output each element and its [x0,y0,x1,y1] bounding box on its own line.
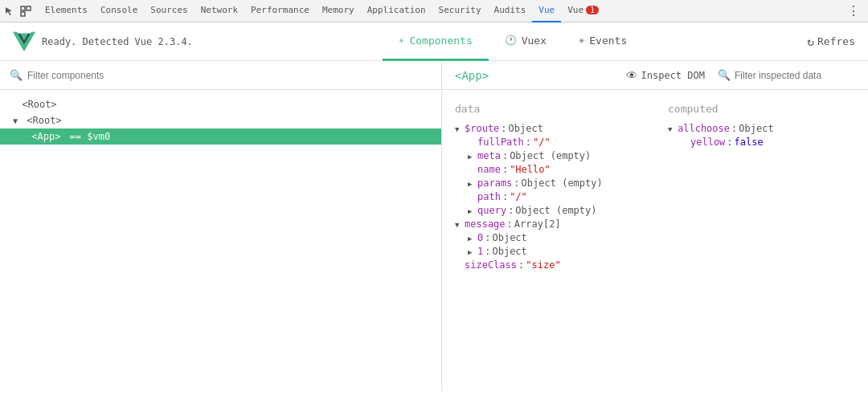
filter-inspected-input[interactable] [735,70,855,81]
right-toolbar: <App> 👁 Inspect DOM 🔍 [442,61,868,90]
tab-vue-second[interactable]: Vue 1 [561,0,605,22]
vue-nav-tabs: ⚡ Components 🕐 Vuex ✳ Events [219,22,807,61]
data-column: data ▼ $route : Object fullPath : "/" [455,103,642,378]
data-row-meta: ▶ meta : Object (empty) [468,150,642,161]
data-row-msg1: ▶ 1 : Object [468,246,642,257]
nav-tab-vuex[interactable]: 🕐 Vuex [489,22,563,61]
data-section-title: data [455,103,642,115]
expand-icon[interactable]: ▼ [668,125,678,133]
svg-rect-0 [21,6,25,10]
expand-icon[interactable]: ▶ [468,234,477,243]
cursor-icon[interactable] [3,5,16,18]
data-row-path: path : "/" [468,191,642,202]
vue-logo-icon [13,31,35,53]
tab-audits[interactable]: Audits [488,0,533,22]
vue-logo: Ready. Detected Vue 2.3.4. [13,31,193,53]
tree-item-app-label: <App> [31,131,60,142]
data-row-params: ▶ params : Object (empty) [468,177,642,189]
component-tree: <Root> ▼ <Root> <App> == $vm0 [0,90,441,391]
filter-search-icon: 🔍 [718,69,731,81]
component-filter-input[interactable] [27,70,432,81]
search-icon: 🔍 [10,69,23,81]
nav-tab-components[interactable]: ⚡ Components [383,22,489,61]
devtools-tab-bar: Elements Console Sources Network Perform… [0,0,868,22]
computed-column: computed ▼ allchoose : Object yellow : f… [668,103,855,378]
events-icon: ✳ [579,35,584,46]
refresh-icon: ↻ [807,35,814,49]
tree-item-label: <Root> [27,115,61,126]
main-content: 🔍 <Root> ▼ <Root> <App> == $vm0 <App> [0,61,868,391]
tab-badge: 1 [586,6,599,14]
tab-network[interactable]: Network [194,0,244,22]
expand-icon[interactable]: ▶ [468,248,477,256]
left-panel: 🔍 <Root> ▼ <Root> <App> == $vm0 [0,61,442,391]
tree-item-root2[interactable]: ▼ <Root> [0,112,441,128]
expand-icon[interactable]: ▶ [468,153,477,161]
data-row-allchoose: ▼ allchoose : Object [668,123,855,134]
tree-item-root1[interactable]: <Root> [0,96,441,112]
tree-item-app[interactable]: <App> == $vm0 [0,128,441,145]
tab-application[interactable]: Application [361,0,432,22]
data-row-msg0: ▶ 0 : Object [468,232,642,243]
svg-rect-2 [21,12,25,16]
data-row-fullpath: fullPath : "/" [468,137,642,148]
nav-tab-events[interactable]: ✳ Events [563,22,643,61]
data-panel: data ▼ $route : Object fullPath : "/" [442,90,868,391]
data-row-yellow: yellow : false [681,137,855,148]
data-row-route: ▼ $route : Object [455,123,642,134]
computed-section-title: computed [668,103,855,115]
tab-performance[interactable]: Performance [244,0,316,22]
triangle-icon: ▼ [13,116,18,125]
eye-icon: 👁 [626,69,637,82]
expand-icon[interactable]: ▼ [455,125,465,133]
tab-elements[interactable]: Elements [39,0,94,22]
right-panel: <App> 👁 Inspect DOM 🔍 data ▼ $rout [442,61,868,391]
devtools-icons [3,5,32,18]
svg-rect-1 [27,6,31,10]
box-icon[interactable] [19,5,32,18]
selected-component-name: <App> [455,69,489,82]
expand-icon[interactable]: ▼ [455,221,465,229]
data-row-sizeclass: sizeClass : "size" [455,259,642,271]
tab-security[interactable]: Security [432,0,488,22]
filter-inspected-bar: 🔍 [718,69,855,81]
more-icon[interactable]: ⋮ [842,3,865,18]
tab-sources[interactable]: Sources [144,0,194,22]
data-row-query: ▶ query : Object (empty) [468,205,642,216]
toolbar-actions: 👁 Inspect DOM 🔍 [626,69,855,82]
tree-item-label: <Root> [22,99,56,110]
refresh-button[interactable]: ↻ Refres [807,35,855,49]
vuex-icon: 🕐 [505,35,517,46]
expand-icon[interactable]: ▶ [468,207,477,215]
tab-vue-active[interactable]: Vue [532,0,561,22]
ready-text: Ready. Detected Vue 2.3.4. [42,36,193,47]
inspect-dom-button[interactable]: 👁 Inspect DOM [626,69,705,82]
components-icon: ⚡ [399,35,405,47]
expand-icon[interactable]: ▶ [468,180,477,188]
tab-memory[interactable]: Memory [316,0,361,22]
data-row-name: name : "Hello" [468,164,642,175]
data-row-message: ▼ message : Array[2] [455,218,642,230]
vm-ref-label: == $vm0 [70,131,111,142]
vue-header: Ready. Detected Vue 2.3.4. ⚡ Components … [0,22,868,61]
component-filter-bar: 🔍 [0,61,441,90]
tab-console[interactable]: Console [94,0,144,22]
